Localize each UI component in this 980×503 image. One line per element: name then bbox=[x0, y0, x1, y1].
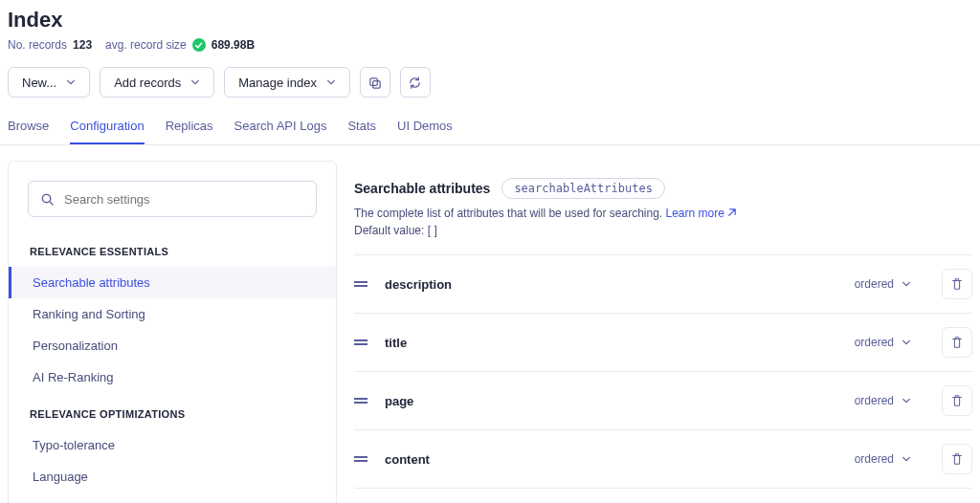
search-settings-box[interactable] bbox=[28, 181, 317, 217]
attribute-name: page bbox=[385, 394, 837, 408]
search-input[interactable] bbox=[64, 192, 304, 207]
tab-stats[interactable]: Stats bbox=[347, 111, 376, 144]
section-title: Searchable attributes bbox=[354, 181, 490, 196]
svg-point-2 bbox=[42, 194, 50, 202]
sidebar-group-title: RELEVANCE ESSENTIALS bbox=[9, 230, 336, 267]
drag-handle-icon[interactable] bbox=[354, 279, 371, 289]
records-label: No. records bbox=[8, 38, 67, 52]
sidebar-item-synonyms[interactable]: Synonyms bbox=[9, 492, 336, 503]
refresh-icon bbox=[408, 76, 422, 90]
trash-icon bbox=[950, 394, 964, 407]
refresh-button[interactable] bbox=[400, 67, 431, 98]
sidebar-item-searchable-attributes[interactable]: Searchable attributes bbox=[9, 267, 336, 298]
chevron-down-icon bbox=[326, 77, 336, 87]
sidebar-item-ai-re-ranking[interactable]: AI Re-Ranking bbox=[9, 361, 336, 393]
new-button[interactable]: New... bbox=[8, 67, 90, 98]
attribute-row: pageordered bbox=[354, 372, 972, 430]
search-icon bbox=[40, 192, 55, 207]
add-records-button[interactable]: Add records bbox=[100, 67, 214, 98]
default-value: Default value: [ ] bbox=[354, 224, 972, 237]
sidebar-item-language[interactable]: Language bbox=[9, 461, 336, 492]
ordering-select[interactable]: ordered bbox=[851, 394, 915, 407]
delete-attribute-button[interactable] bbox=[942, 444, 972, 474]
chevron-down-icon bbox=[902, 338, 911, 347]
tab-bar: BrowseConfigurationReplicasSearch API Lo… bbox=[0, 111, 980, 145]
page-title: Index bbox=[8, 8, 972, 33]
main-content: Searchable attributes searchableAttribut… bbox=[337, 161, 972, 503]
copy-icon bbox=[368, 76, 382, 90]
trash-icon bbox=[950, 336, 964, 349]
records-value: 123 bbox=[73, 38, 92, 52]
attribute-key-pill: searchableAttributes bbox=[501, 178, 665, 199]
trash-icon bbox=[950, 452, 964, 466]
index-meta: No. records 123 avg. record size 689.98B bbox=[8, 38, 972, 52]
sidebar-item-typo-tolerance[interactable]: Typo-tolerance bbox=[9, 429, 336, 461]
check-icon bbox=[192, 38, 206, 52]
chevron-down-icon bbox=[190, 77, 200, 87]
external-link-icon bbox=[726, 208, 737, 218]
ordering-select[interactable]: ordered bbox=[851, 452, 915, 466]
drag-handle-icon[interactable] bbox=[354, 396, 371, 405]
attribute-row: contentordered bbox=[354, 430, 972, 489]
sidebar-item-ranking-and-sorting[interactable]: Ranking and Sorting bbox=[9, 298, 336, 330]
ordering-select[interactable]: ordered bbox=[851, 336, 915, 349]
tab-replicas[interactable]: Replicas bbox=[166, 111, 213, 144]
toolbar: New... Add records Manage index bbox=[8, 67, 972, 98]
drag-handle-icon[interactable] bbox=[354, 454, 371, 464]
tab-ui-demos[interactable]: UI Demos bbox=[397, 111, 453, 144]
manage-index-button[interactable]: Manage index bbox=[224, 67, 350, 98]
delete-attribute-button[interactable] bbox=[942, 385, 972, 416]
attribute-row: descriptionordered bbox=[354, 254, 972, 314]
section-description: The complete list of attributes that wil… bbox=[354, 207, 972, 220]
settings-sidebar: RELEVANCE ESSENTIALSSearchable attribute… bbox=[8, 161, 337, 503]
tab-browse[interactable]: Browse bbox=[8, 111, 49, 144]
avg-size-label: avg. record size bbox=[105, 38, 187, 52]
svg-rect-0 bbox=[370, 77, 378, 85]
tab-configuration[interactable]: Configuration bbox=[70, 111, 144, 144]
sidebar-item-personalization[interactable]: Personalization bbox=[9, 330, 336, 361]
copy-button[interactable] bbox=[360, 67, 390, 98]
sidebar-group-title: RELEVANCE OPTIMIZATIONS bbox=[9, 393, 336, 429]
attribute-name: description bbox=[385, 277, 837, 292]
chevron-down-icon bbox=[902, 279, 911, 289]
trash-icon bbox=[950, 277, 964, 291]
attribute-name: title bbox=[385, 336, 837, 350]
chevron-down-icon bbox=[66, 77, 76, 87]
tab-search-api-logs[interactable]: Search API Logs bbox=[234, 111, 327, 144]
attribute-row: titleordered bbox=[354, 314, 972, 372]
learn-more-link[interactable]: Learn more bbox=[666, 207, 737, 220]
delete-attribute-button[interactable] bbox=[942, 327, 972, 358]
drag-handle-icon[interactable] bbox=[354, 338, 371, 347]
chevron-down-icon bbox=[902, 396, 911, 405]
attribute-name: content bbox=[385, 452, 837, 467]
delete-attribute-button[interactable] bbox=[942, 269, 972, 299]
chevron-down-icon bbox=[902, 454, 911, 464]
avg-size-value: 689.98B bbox=[212, 38, 255, 52]
ordering-select[interactable]: ordered bbox=[851, 277, 915, 291]
svg-rect-1 bbox=[373, 80, 381, 88]
